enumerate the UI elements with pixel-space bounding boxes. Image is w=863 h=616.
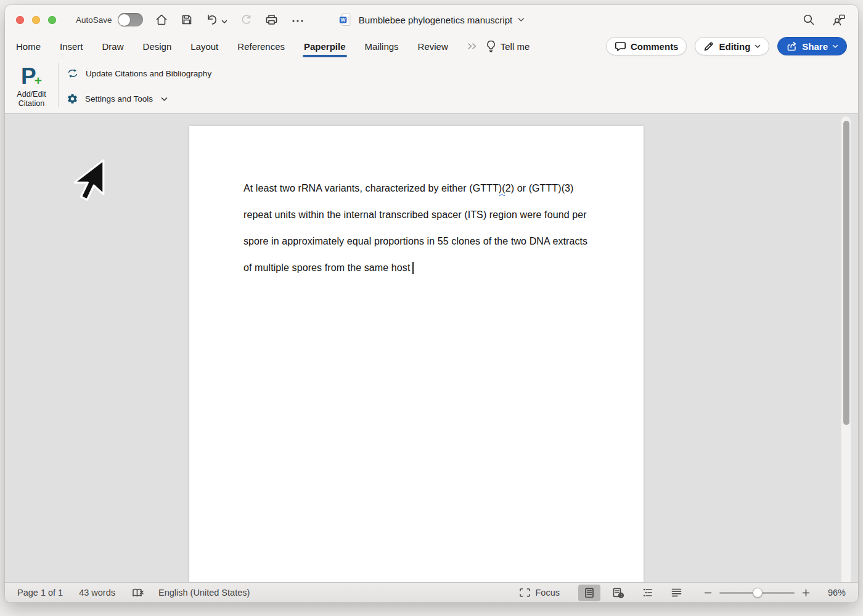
tab-design[interactable]: Design — [143, 41, 172, 52]
focus-mode-button[interactable]: Focus — [519, 588, 560, 598]
home-icon[interactable] — [155, 13, 168, 26]
draft-view-icon[interactable] — [665, 585, 688, 601]
sync-icon — [67, 67, 79, 79]
zoom-controls: 96% — [704, 588, 846, 598]
editing-mode-button[interactable]: Editing — [695, 37, 769, 55]
page-indicator[interactable]: Page 1 of 1 — [17, 588, 63, 598]
paragraph: At least two rRNA variants, characterize… — [189, 126, 644, 281]
tab-home[interactable]: Home — [16, 41, 41, 52]
text-caret — [412, 262, 414, 274]
paperpile-logo-icon: P+ — [11, 62, 52, 89]
word-badge-letter: W — [341, 17, 346, 23]
language-indicator[interactable]: English (United States) — [158, 588, 250, 598]
desktop: AutoSave — [0, 0, 863, 616]
ribbon-divider — [58, 63, 59, 107]
save-icon[interactable] — [180, 13, 194, 26]
zoom-slider-thumb[interactable] — [753, 588, 763, 598]
close-window-button[interactable] — [16, 16, 24, 24]
zoom-out-icon[interactable] — [704, 589, 712, 597]
paperpile-ribbon: P+ Add/Edit Citation Update Citations an… — [5, 58, 858, 114]
doc-text-line-3: spore in approximately equal proportions… — [243, 228, 644, 254]
comment-bubble-icon — [615, 41, 626, 52]
fullscreen-window-button[interactable] — [48, 16, 56, 24]
tab-review[interactable]: Review — [418, 41, 448, 52]
doc-text-line-2: repeat units within the internal transcr… — [243, 201, 644, 228]
redo-icon — [239, 13, 253, 26]
proofing-status-icon[interactable] — [131, 587, 145, 599]
share-chevron-icon — [832, 44, 838, 49]
settings-and-tools-label: Settings and Tools — [85, 94, 153, 103]
titlebar: AutoSave — [5, 5, 858, 34]
gear-icon — [67, 93, 78, 105]
focus-label: Focus — [536, 588, 560, 598]
add-edit-citation-label-line2: Citation — [11, 99, 52, 108]
tell-me-button[interactable]: Tell me — [486, 39, 530, 53]
tab-references[interactable]: References — [237, 41, 285, 52]
minimize-window-button[interactable] — [32, 16, 40, 24]
undo-dropdown-chevron-icon[interactable] — [221, 20, 227, 24]
more-tabs-chevrons-icon[interactable] — [467, 43, 478, 50]
paperpile-logo-plus: + — [35, 74, 42, 87]
share-icon — [786, 41, 798, 52]
status-bar: Page 1 of 1 43 words English (United Sta… — [5, 582, 858, 602]
share-label: Share — [802, 41, 828, 52]
editing-chevron-icon — [755, 44, 761, 49]
zoom-in-icon[interactable] — [802, 589, 810, 597]
scrollbar-thumb[interactable] — [843, 121, 849, 425]
share-feedback-icon[interactable] — [832, 12, 847, 27]
editing-label: Editing — [719, 41, 750, 52]
paperpile-logo-letter: P — [21, 65, 36, 87]
tab-insert[interactable]: Insert — [60, 41, 83, 52]
add-edit-citation-button[interactable]: P+ Add/Edit Citation — [11, 62, 52, 108]
word-count[interactable]: 43 words — [79, 588, 115, 598]
print-icon[interactable] — [264, 13, 279, 26]
outline-view-icon[interactable] — [636, 585, 659, 601]
add-edit-citation-label-line1: Add/Edit — [11, 90, 52, 99]
mouse-cursor-icon — [74, 159, 106, 203]
comments-label: Comments — [631, 41, 679, 52]
word-document-icon: W — [338, 12, 353, 27]
document-page[interactable]: At least two rRNA variants, characterize… — [189, 126, 644, 582]
autosave-toggle[interactable] — [118, 13, 143, 26]
doc-text-line-1: At least two rRNA variants, characterize… — [243, 175, 644, 201]
tell-me-label: Tell me — [501, 41, 530, 52]
window-controls — [16, 16, 56, 24]
autosave-label: AutoSave — [76, 15, 112, 25]
tab-draw[interactable]: Draw — [102, 41, 124, 52]
settings-chevron-icon — [161, 97, 168, 102]
print-layout-view-icon[interactable] — [578, 585, 600, 601]
document-title[interactable]: W Bumblebee phylogenetics manuscript — [338, 5, 525, 34]
comments-button[interactable]: Comments — [606, 37, 687, 55]
vertical-scrollbar[interactable] — [841, 116, 851, 582]
grammar-marked-text[interactable]: )( — [499, 183, 505, 194]
document-title-text: Bumblebee phylogenetics manuscript — [359, 15, 512, 25]
update-citations-label: Update Citations and Bibliography — [86, 69, 211, 78]
word-window: AutoSave — [5, 5, 858, 602]
pencil-icon — [703, 41, 714, 52]
tab-paperpile[interactable]: Paperpile — [304, 41, 346, 52]
share-button[interactable]: Share — [777, 37, 847, 55]
doc-text-line-4: of multiple spores from the same host — [243, 254, 644, 281]
ribbon-tabs: Home Insert Draw Design Layout Reference… — [5, 34, 858, 58]
lightbulb-icon — [486, 39, 496, 53]
more-commands-icon[interactable] — [290, 13, 305, 26]
title-dropdown-chevron-icon[interactable] — [518, 17, 525, 22]
autosave-toggle-knob — [118, 14, 130, 26]
zoom-slider[interactable] — [719, 588, 795, 598]
update-citations-button[interactable]: Update Citations and Bibliography — [67, 67, 211, 79]
search-icon[interactable] — [802, 13, 816, 26]
view-switcher — [578, 585, 688, 601]
zoom-level[interactable]: 96% — [817, 588, 846, 598]
tab-layout[interactable]: Layout — [190, 41, 218, 52]
undo-icon[interactable] — [205, 13, 219, 26]
settings-and-tools-button[interactable]: Settings and Tools — [67, 93, 168, 105]
web-layout-view-icon[interactable] — [607, 585, 630, 601]
document-canvas: At least two rRNA variants, characterize… — [5, 114, 858, 582]
focus-icon — [519, 588, 531, 598]
tab-mailings[interactable]: Mailings — [365, 41, 399, 52]
